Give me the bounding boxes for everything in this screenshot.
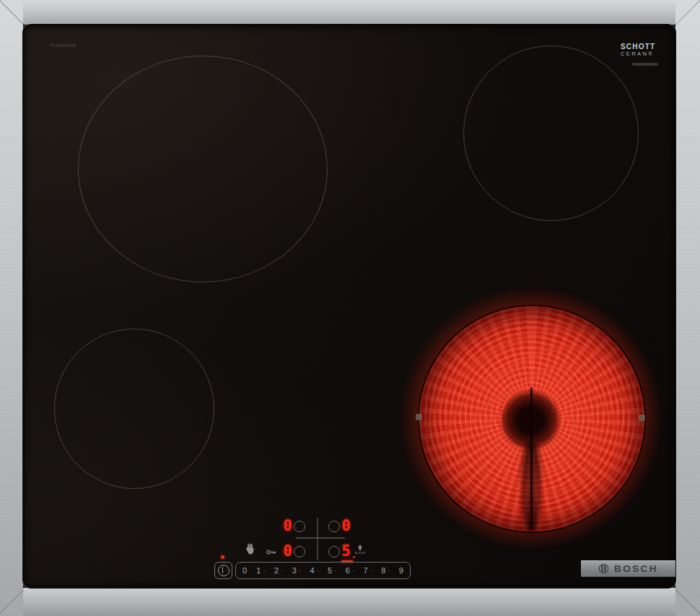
level-3[interactable]: 3 [281, 566, 296, 575]
frame-left [0, 0, 23, 616]
zone-display-rear-left: 0 [281, 517, 294, 534]
hand-icon [245, 543, 255, 555]
cooking-zone-front-left [54, 329, 214, 489]
schott-logo-line1: SCHOTT [621, 43, 655, 51]
child-lock-button[interactable] [266, 547, 276, 555]
level-7[interactable]: 7 [352, 566, 367, 575]
power-icon [218, 565, 229, 576]
boost-button[interactable]: BOOST [353, 545, 367, 558]
zone-display-front-left: 0 [281, 542, 294, 560]
power-button[interactable] [214, 562, 232, 579]
cooking-zone-rear-left [78, 56, 328, 282]
bosch-symbol-icon [598, 563, 609, 574]
key-icon [266, 548, 276, 556]
ceran-microtext [632, 63, 658, 66]
frame-top [0, 0, 700, 25]
cooking-zone-rear-right [463, 45, 639, 221]
boost-icon [357, 545, 363, 550]
level-0[interactable]: 0 [242, 566, 247, 575]
boost-label: BOOST [354, 551, 366, 555]
brand-text: BOSCH [614, 563, 658, 574]
cooktop-appliance: PKE645FN2E SCHOTT CERAN® 0 0 0 5 [0, 0, 700, 616]
zone-display-front-right: 5 [340, 542, 352, 560]
model-number: PKE645FN2E [51, 43, 76, 48]
zone-select-rear-right[interactable] [328, 521, 340, 532]
level-4[interactable]: 4 [299, 566, 314, 575]
level-9[interactable]: 9 [388, 566, 403, 575]
bosch-badge: BOSCH [581, 560, 675, 577]
level-5[interactable]: 5 [317, 566, 332, 575]
power-level-slider[interactable]: 0 1 2 3 4 5 6 7 8 9 [235, 562, 411, 579]
level-6[interactable]: 6 [334, 566, 349, 575]
level-1[interactable]: 1 [256, 566, 261, 575]
zone-select-rear-left[interactable] [294, 521, 305, 532]
pause-hand-button[interactable] [245, 543, 255, 555]
zone-select-front-right[interactable] [328, 546, 340, 558]
element-side-clip-left [416, 414, 422, 420]
element-sensor-line [530, 387, 533, 530]
frame-bottom [0, 588, 700, 616]
cooking-zone-front-right-active [418, 305, 646, 533]
level-8[interactable]: 8 [370, 566, 385, 575]
frame-right [675, 0, 700, 616]
level-2[interactable]: 2 [263, 566, 279, 575]
zone-select-front-left[interactable] [294, 546, 305, 558]
zone-display-rear-right: 0 [340, 517, 352, 534]
element-side-clip-right [639, 415, 645, 421]
schott-logo-line2: CERAN® [621, 51, 655, 57]
schott-ceran-logo: SCHOTT CERAN® [621, 43, 655, 56]
power-indicator-dot [221, 555, 224, 559]
